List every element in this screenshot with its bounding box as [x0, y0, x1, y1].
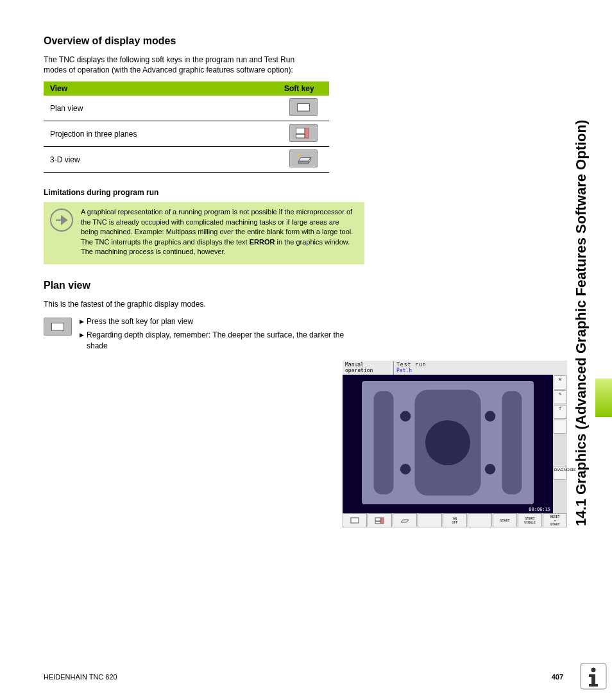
page-footer: HEIDENHAIN TNC 620 407 [44, 673, 563, 681]
table-row: Plan view [44, 96, 329, 121]
softkey-table: View Soft key Plan view Projection in th… [44, 81, 329, 173]
table-cell-key [278, 121, 329, 147]
sidebar-button: T [554, 405, 566, 419]
workpiece [362, 381, 534, 504]
table-row: Projection in three planes [44, 121, 329, 147]
sidebar-button [554, 420, 566, 434]
svg-rect-1 [296, 128, 305, 134]
sidebar-button: M [554, 375, 566, 389]
svg-rect-16 [375, 518, 380, 521]
svg-rect-8 [502, 391, 522, 495]
softkey-btn: RESET + START [543, 513, 567, 527]
plan-view-key-icon [44, 318, 72, 336]
3d-view-key-icon [289, 149, 318, 167]
table-row: 3-D view [44, 147, 329, 173]
three-planes-key-icon [289, 124, 318, 142]
screenshot-sidebar: M S T DIAGNOSIS [553, 375, 567, 513]
table-header-view: View [44, 81, 278, 96]
svg-rect-7 [374, 391, 394, 495]
note-box: A graphical representation of a running … [44, 202, 364, 264]
svg-point-11 [485, 411, 495, 422]
softkey-btn [368, 513, 392, 527]
footer-page-number: 407 [552, 673, 563, 681]
softkey-btn [468, 513, 492, 527]
info-icon [580, 663, 607, 690]
screenshot-title: Test run [394, 361, 567, 375]
table-header-softkey: Soft key [278, 81, 329, 96]
svg-point-4 [298, 155, 300, 157]
intro-paragraph: The TNC displays the following soft keys… [44, 55, 313, 75]
table-cell-view: Plan view [44, 96, 278, 121]
svg-rect-17 [375, 522, 380, 524]
screenshot-filename: Pat.h [396, 368, 412, 373]
tnc-screenshot: Manual operation Test run Pat.h 00:06:15… [343, 361, 567, 527]
side-chapter-title: 14.1 Graphics (Advanced Graphic Features… [574, 13, 606, 526]
screenshot-time: 00:06:15 [529, 507, 550, 512]
screenshot-softkey-row: ON OFF START START SINGLE RESET + START [343, 513, 567, 527]
heading-overview: Overview of display modes [44, 35, 563, 47]
softkey-btn [393, 513, 417, 527]
svg-rect-18 [381, 518, 384, 524]
svg-rect-2 [296, 135, 305, 139]
heading-plan-view: Plan view [44, 280, 345, 291]
subheading-limitations: Limitations during program run [44, 188, 563, 197]
svg-point-10 [400, 411, 411, 422]
svg-point-12 [400, 464, 411, 474]
svg-rect-22 [589, 674, 595, 677]
screenshot-header: Manual operation Test run [343, 361, 567, 375]
plan-intro: This is the fastest of the graphic displ… [44, 299, 345, 309]
softkey-btn [343, 513, 367, 527]
svg-rect-0 [297, 104, 309, 111]
bullet-icon: ▶ [80, 330, 84, 352]
table-cell-view: Projection in three planes [44, 121, 278, 147]
table-cell-key [278, 147, 329, 173]
plan-view-key-icon [289, 98, 318, 116]
screenshot-mode: Manual operation [343, 361, 394, 375]
svg-point-13 [485, 464, 495, 474]
note-text: A graphical representation of a running … [81, 207, 357, 257]
svg-rect-23 [589, 684, 598, 687]
table-cell-view: 3-D view [44, 147, 278, 173]
sidebar-button: S [554, 390, 566, 404]
footer-product: HEIDENHAIN TNC 620 [44, 673, 117, 681]
table-cell-key [278, 96, 329, 121]
svg-point-14 [425, 420, 470, 465]
plan-view-softkey [44, 316, 72, 355]
softkey-btn: START SINGLE [518, 513, 542, 527]
sidebar-button: DIAGNOSIS [554, 466, 566, 480]
svg-rect-3 [305, 128, 309, 138]
svg-rect-15 [351, 518, 359, 523]
arrow-note-icon [49, 207, 74, 233]
plan-steps: ▶Press the soft key for plan view ▶Regar… [80, 316, 345, 355]
softkey-btn: START [493, 513, 517, 527]
softkey-btn: ON OFF [443, 513, 467, 527]
svg-rect-6 [51, 323, 64, 330]
svg-point-20 [591, 668, 596, 672]
softkey-btn [418, 513, 442, 527]
screenshot-viewport [343, 375, 553, 513]
bullet-icon: ▶ [80, 316, 84, 327]
